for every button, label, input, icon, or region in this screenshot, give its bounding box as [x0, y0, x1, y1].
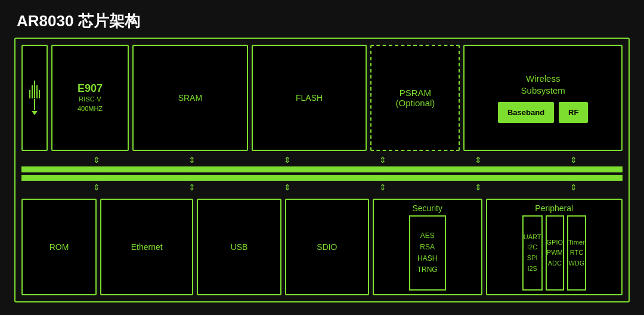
usb-cell: USB	[197, 199, 281, 295]
flash-label: FLASH	[296, 93, 323, 103]
security-cell: Security AES RSA HASH TRNG	[373, 199, 482, 295]
arrow-icon: ⇕	[379, 183, 386, 192]
wireless-title: Wireless Subsystem	[521, 73, 565, 95]
peri-gpio-label: GPIO PWM ADC	[547, 237, 564, 269]
peripheral-cell: Peripheral UART I2C SPI I2S GPIO PWM ADC…	[486, 199, 623, 295]
baseband-cell: Baseband	[498, 102, 554, 123]
rf-cell: RF	[559, 102, 588, 123]
arrow-icon: ⇕	[284, 183, 291, 192]
security-items: AES RSA HASH TRNG	[417, 230, 438, 276]
arrow-icon: ⇕	[93, 183, 100, 192]
peri-timer-cell: Timer RTC WDG	[567, 215, 586, 291]
ethernet-label: Ethernet	[131, 242, 163, 252]
peri-uart-cell: UART I2C SPI I2S	[522, 215, 543, 291]
wireless-cell: Wireless Subsystem Baseband RF	[463, 45, 623, 151]
arrow-icon: ⇕	[284, 156, 291, 164]
psram-label: PSRAM (Optional)	[395, 88, 435, 108]
antenna-icon	[29, 81, 40, 115]
diagram-wrapper: E907 RISC-V 400MHZ SRAM FLASH PSRAM (Opt…	[0, 38, 644, 310]
arrow-icon: ⇕	[188, 156, 196, 164]
peri-timer-label: Timer RTC WDG	[568, 237, 585, 269]
bottom-arrows: ⇕ ⇕ ⇕ ⇕ ⇕ ⇕	[21, 181, 623, 194]
arrow-icon: ⇕	[570, 183, 577, 192]
page-title: AR8030 芯片架构	[0, 0, 644, 38]
arrow-icon: ⇕	[379, 156, 386, 164]
peri-uart-label: UART I2C SPI I2S	[524, 232, 541, 274]
top-row: E907 RISC-V 400MHZ SRAM FLASH PSRAM (Opt…	[21, 45, 623, 151]
arrow-icon: ⇕	[475, 156, 482, 164]
arrow-icon: ⇕	[570, 156, 577, 164]
usb-label: USB	[231, 242, 248, 252]
peri-gpio-cell: GPIO PWM ADC	[546, 215, 565, 291]
cpu-sub: RISC-V 400MHZ	[78, 95, 103, 113]
arrow-icon: ⇕	[93, 156, 100, 164]
outer-box: E907 RISC-V 400MHZ SRAM FLASH PSRAM (Opt…	[14, 38, 630, 302]
security-title: Security	[412, 203, 442, 213]
sram-label: SRAM	[178, 93, 202, 103]
bus-bar-1	[21, 166, 623, 172]
peripheral-inner: UART I2C SPI I2S GPIO PWM ADC Timer RTC …	[522, 215, 586, 291]
bus-bar-2	[21, 175, 623, 181]
rom-cell: ROM	[21, 199, 97, 295]
peripheral-title: Peripheral	[535, 203, 573, 213]
flash-cell: FLASH	[252, 45, 367, 151]
bus-section: ⇕ ⇕ ⇕ ⇕ ⇕ ⇕ ⇕ ⇕ ⇕ ⇕ ⇕ ⇕	[21, 153, 623, 194]
sdio-label: SDIO	[317, 242, 337, 252]
ethernet-cell: Ethernet	[100, 199, 193, 295]
cpu-cell: E907 RISC-V 400MHZ	[51, 45, 129, 151]
antenna-cell	[21, 45, 48, 151]
security-inner: AES RSA HASH TRNG	[409, 215, 446, 291]
rom-label: ROM	[49, 242, 69, 252]
arrow-icon: ⇕	[188, 183, 196, 192]
psram-cell: PSRAM (Optional)	[370, 45, 460, 151]
sram-cell: SRAM	[132, 45, 248, 151]
top-arrows: ⇕ ⇕ ⇕ ⇕ ⇕ ⇕	[21, 153, 623, 166]
wireless-inner: Baseband RF	[498, 102, 588, 123]
cpu-name: E907	[78, 82, 103, 95]
arrow-icon: ⇕	[475, 183, 482, 192]
bottom-row: ROM Ethernet USB SDIO Security AES RSA H…	[21, 199, 623, 295]
sdio-cell: SDIO	[285, 199, 369, 295]
